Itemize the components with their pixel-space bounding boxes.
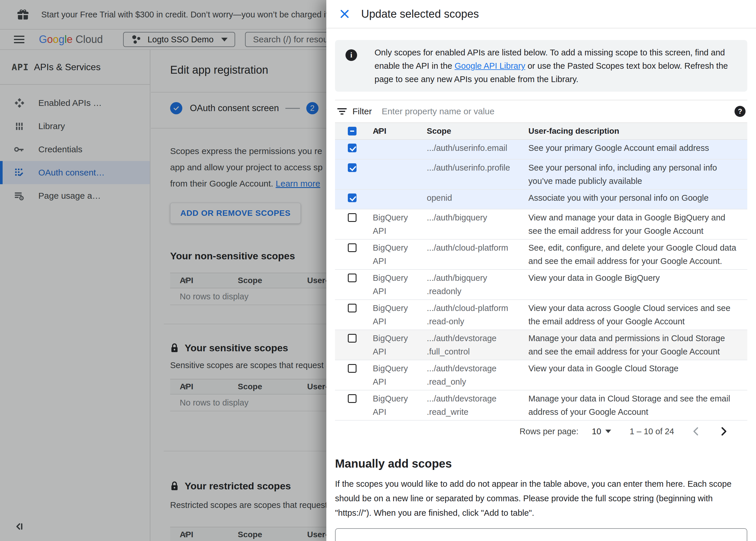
rows-per-page-label: Rows per page:: [519, 427, 578, 436]
page-size-select[interactable]: 10: [592, 427, 611, 436]
filter-bar: Filter Enter property name or value ?: [335, 100, 747, 122]
filter-input[interactable]: Enter property name or value: [382, 107, 735, 116]
table-row[interactable]: .../auth/userinfo.email See your primary…: [335, 140, 747, 160]
scopes-table: API↑ Scope User-facing description .../a…: [335, 122, 747, 421]
table-row[interactable]: BigQuery API .../auth/devstorage .full_c…: [335, 330, 747, 360]
table-row[interactable]: BigQuery API .../auth/bigquery View and …: [335, 210, 747, 240]
panel-header: Update selected scopes: [326, 0, 756, 28]
sort-asc-icon: ↑: [376, 123, 380, 139]
manually-add-scopes-heading: Manually add scopes: [335, 457, 747, 470]
google-api-library-link[interactable]: Google API Library: [455, 61, 525, 71]
pagination: Rows per page: 10 1 – 10 of 24: [335, 421, 747, 442]
table-row[interactable]: BigQuery API .../auth/cloud-platform See…: [335, 240, 747, 270]
row-checkbox[interactable]: [348, 244, 357, 252]
update-scopes-panel: Update selected scopes i Only scopes for…: [326, 0, 756, 541]
manual-scopes-field-wrap: [335, 528, 747, 541]
filter-label[interactable]: Filter: [352, 107, 372, 116]
chevron-down-icon: [605, 430, 611, 433]
info-banner: i Only scopes for enabled APIs are liste…: [335, 40, 747, 92]
panel-body: i Only scopes for enabled APIs are liste…: [326, 28, 756, 541]
table-row[interactable]: BigQuery API .../auth/devstorage .read_o…: [335, 360, 747, 390]
row-checkbox[interactable]: [348, 364, 357, 373]
row-checkbox[interactable]: [348, 213, 357, 222]
panel-title: Update selected scopes: [361, 8, 479, 20]
previous-page-button[interactable]: [691, 426, 701, 437]
row-checkbox[interactable]: [348, 194, 357, 202]
table-row[interactable]: openid Associate you with your personal …: [335, 190, 747, 210]
table-header-row: API↑ Scope User-facing description: [335, 122, 747, 140]
row-checkbox[interactable]: [348, 304, 357, 312]
help-icon[interactable]: ?: [735, 106, 746, 117]
info-icon: i: [345, 49, 357, 61]
table-row[interactable]: BigQuery API .../auth/bigquery .readonly…: [335, 270, 747, 300]
page-range: 1 – 10 of 24: [630, 427, 674, 436]
row-checkbox[interactable]: [348, 273, 357, 282]
row-checkbox[interactable]: [348, 163, 357, 172]
table-row[interactable]: BigQuery API .../auth/devstorage .read_w…: [335, 390, 747, 421]
table-row[interactable]: .../auth/userinfo.profile See your perso…: [335, 160, 747, 190]
filter-icon: [337, 107, 347, 116]
close-icon[interactable]: [339, 8, 350, 19]
row-checkbox[interactable]: [348, 144, 357, 152]
row-checkbox[interactable]: [348, 334, 357, 342]
row-checkbox[interactable]: [348, 394, 357, 403]
manual-scopes-textarea[interactable]: [335, 528, 747, 541]
table-row[interactable]: BigQuery API .../auth/cloud-platform .re…: [335, 300, 747, 330]
next-page-button[interactable]: [718, 426, 729, 437]
select-all-checkbox[interactable]: [348, 127, 357, 136]
manually-add-scopes-description: If the scopes you would like to add do n…: [335, 477, 747, 520]
info-text: Only scopes for enabled APIs are listed …: [375, 46, 734, 86]
